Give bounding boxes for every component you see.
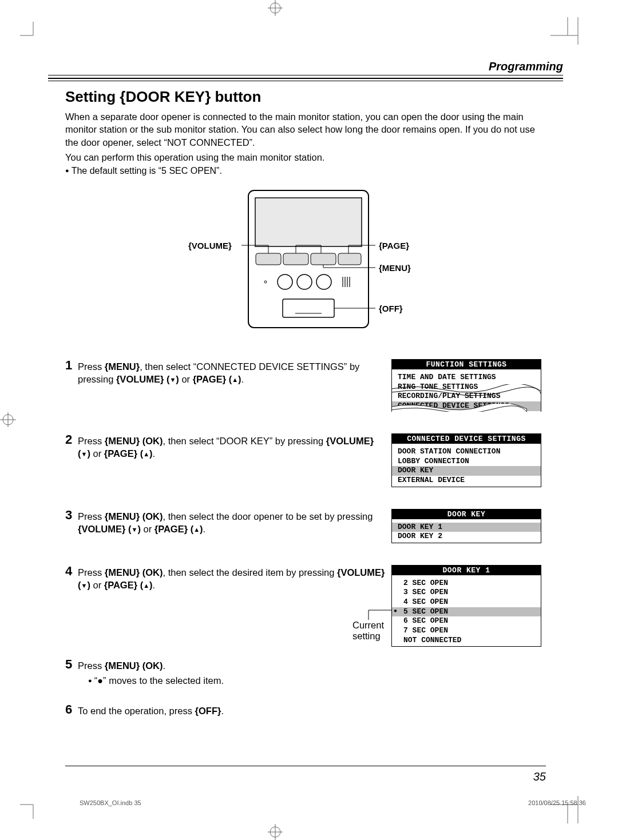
- label-page: {PAGE}: [379, 241, 409, 250]
- svg-rect-16: [255, 198, 362, 246]
- svg-point-7: [3, 415, 13, 425]
- svg-rect-20: [338, 253, 361, 265]
- step-1-text: Press {MENU}, then select “CONNECTED DEV…: [78, 359, 391, 386]
- screen-3: DOOR KEY DOOR KEY 1 DOOR KEY 2: [391, 509, 546, 543]
- step-3: 3 Press {MENU} (OK), then select the doo…: [65, 509, 546, 543]
- page-number: 35: [533, 770, 546, 783]
- svg-point-23: [316, 274, 331, 289]
- step-6-text: To end the operation, press {OFF}.: [78, 703, 546, 717]
- screen-1: FUNCTION SETTINGS TIME AND DATE SETTINGS…: [391, 359, 546, 412]
- footer-right: 2010/08/25 15:58:36: [528, 799, 586, 806]
- page: Programming Setting {DOOR KEY} button Wh…: [48, 17, 563, 795]
- step-5-text: Press {MENU} (OK). “●” moves to the sele…: [78, 658, 546, 687]
- rule: [48, 75, 563, 75]
- svg-rect-29: [283, 299, 334, 317]
- step-5: 5 Press {MENU} (OK). “●” moves to the se…: [65, 658, 546, 687]
- svg-point-22: [297, 274, 312, 289]
- page-title: Setting {DOOR KEY} button: [65, 88, 546, 106]
- step-2-text: Press {MENU} (OK), then select “DOOR KEY…: [78, 433, 391, 460]
- current-setting-label: Current setting: [352, 620, 384, 642]
- device-figure: {VOLUME} {PAGE} {MENU} {OFF}: [145, 188, 466, 336]
- svg-point-4: [270, 827, 280, 837]
- svg-point-21: [278, 274, 292, 289]
- step-6: 6 To end the operation, press {OFF}.: [65, 703, 546, 717]
- content: Setting {DOOR KEY} button When a separat…: [48, 88, 563, 717]
- step-1: 1 Press {MENU}, then select “CONNECTED D…: [65, 359, 546, 412]
- intro-note: The default setting is “5 SEC OPEN”.: [65, 166, 546, 176]
- label-off: {OFF}: [379, 304, 403, 313]
- screen-4: DOOR KEY 1 2 SEC OPEN 3 SEC OPEN 4 SEC O…: [391, 565, 546, 647]
- footer-left: SW250BX_OI.indb 35: [80, 799, 141, 806]
- step-2: 2 Press {MENU} (OK), then select “DOOR K…: [65, 433, 546, 487]
- svg-rect-18: [283, 253, 308, 265]
- step-4: 4 Press {MENU} (OK), then select the des…: [65, 565, 546, 647]
- section-header: Programming: [48, 60, 563, 73]
- step-3-text: Press {MENU} (OK), then select the door …: [78, 509, 391, 536]
- device-svg: [145, 188, 466, 336]
- svg-rect-19: [311, 253, 336, 265]
- intro-p1: When a separate door opener is connected…: [65, 110, 546, 149]
- rule-double: [48, 78, 563, 81]
- intro-p2: You can perform this operation using the…: [65, 151, 546, 164]
- label-menu: {MENU}: [379, 263, 411, 273]
- svg-point-24: [264, 281, 267, 283]
- step-4-text: Press {MENU} (OK), then select the desir…: [78, 565, 391, 592]
- screen-2: CONNECTED DEVICE SETTINGS DOOR STATION C…: [391, 433, 546, 487]
- svg-point-1: [270, 3, 280, 13]
- label-volume: {VOLUME}: [188, 241, 232, 250]
- svg-rect-17: [256, 253, 281, 265]
- footer-rule: [65, 766, 546, 766]
- steps: 1 Press {MENU}, then select “CONNECTED D…: [65, 359, 546, 717]
